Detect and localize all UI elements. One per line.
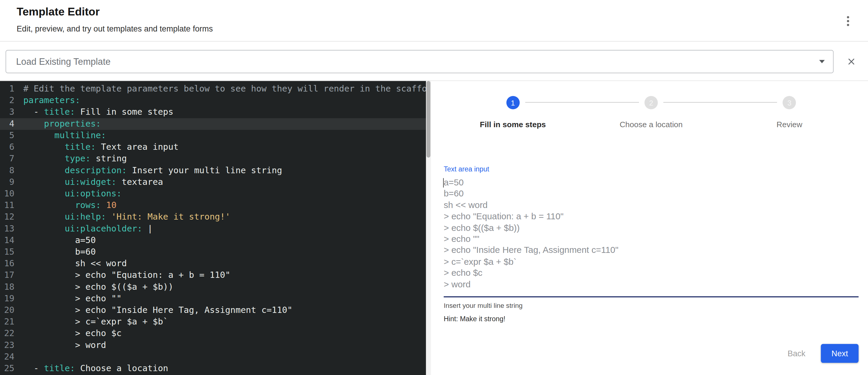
code-text: ui:widget: textarea — [14, 177, 163, 188]
editor-line[interactable]: 25 - title: Choose a location — [0, 363, 426, 374]
page-subtitle: Edit, preview, and try out templates and… — [17, 24, 213, 33]
editor-line[interactable]: 21 > c=`expr $a + $b` — [0, 316, 426, 328]
code-text: > echo $(($a + $b)) — [14, 281, 174, 293]
textarea-placeholder: a=50 b=60 sh << word > echo "Equation: a… — [444, 177, 859, 290]
chevron-down-icon[interactable] — [819, 60, 825, 63]
line-number: 1 — [0, 83, 14, 95]
line-number: 3 — [0, 106, 14, 118]
text-cursor — [443, 178, 444, 187]
line-number: 23 — [0, 340, 14, 351]
line-number: 20 — [0, 305, 14, 316]
line-number: 8 — [0, 165, 14, 177]
line-number: 21 — [0, 316, 14, 328]
close-icon[interactable] — [846, 57, 857, 67]
line-number: 15 — [0, 246, 14, 258]
line-number: 7 — [0, 153, 14, 165]
editor-line[interactable]: 18 > echo $(($a + $b)) — [0, 281, 426, 293]
editor-scrollbar-thumb[interactable] — [427, 81, 430, 158]
line-number: 19 — [0, 293, 14, 305]
line-number: 6 — [0, 142, 14, 153]
load-template-select[interactable]: Load Existing Template — [6, 50, 834, 73]
editor-line[interactable]: 7 type: string — [0, 153, 426, 165]
code-editor[interactable]: 1# Edit the template parameters below to… — [0, 81, 426, 375]
line-number: 24 — [0, 351, 14, 363]
stepper-connector — [663, 102, 777, 103]
line-number: 13 — [0, 223, 14, 235]
content-split: 1# Edit the template parameters below to… — [0, 81, 868, 375]
editor-line[interactable]: 10 ui:options: — [0, 188, 426, 200]
code-text: # Edit the template parameters below to … — [14, 83, 426, 95]
editor-line[interactable]: 17 > echo "Equation: a + b = 110" — [0, 270, 426, 281]
line-number: 17 — [0, 270, 14, 281]
editor-line[interactable]: 9 ui:widget: textarea — [0, 177, 426, 188]
code-text: title: Text area input — [14, 142, 179, 153]
template-preview-panel: 1 Fill in some steps 2 Choose a location… — [431, 81, 868, 375]
editor-line[interactable]: 24 — [0, 351, 426, 363]
line-number: 16 — [0, 258, 14, 270]
back-button[interactable]: Back — [785, 344, 808, 362]
template-editor-app: Template Editor Edit, preview, and try o… — [0, 0, 868, 375]
editor-line[interactable]: 3 - title: Fill in some steps — [0, 106, 426, 118]
editor-line[interactable]: 6 title: Text area input — [0, 142, 426, 153]
editor-line[interactable]: 5 multiline: — [0, 130, 426, 142]
line-number: 25 — [0, 363, 14, 374]
editor-line[interactable]: 4 properties: — [0, 118, 426, 130]
code-text: > echo "Inside Here Tag, Assignment c=11… — [14, 305, 292, 316]
editor-scrollbar[interactable] — [426, 81, 431, 375]
editor-line[interactable]: 12 ui:help: 'Hint: Make it strong!' — [0, 211, 426, 223]
editor-line[interactable]: 23 > word — [0, 340, 426, 351]
kebab-dot — [847, 24, 849, 26]
template-loader-row: Load Existing Template — [0, 41, 868, 81]
page-title: Template Editor — [17, 6, 99, 19]
editor-line[interactable]: 19 > echo "" — [0, 293, 426, 305]
editor-line[interactable]: 13 ui:placeholder: | — [0, 223, 426, 235]
stepper-step-3[interactable]: 3 Review — [720, 96, 859, 129]
kebab-dot — [847, 16, 849, 18]
code-text: > c=`expr $a + $b` — [14, 316, 168, 328]
line-number: 2 — [0, 95, 14, 106]
stepper-step-1[interactable]: 1 Fill in some steps — [444, 96, 582, 129]
line-number: 12 — [0, 211, 14, 223]
line-number: 9 — [0, 177, 14, 188]
code-text: properties: — [14, 118, 101, 130]
stepper-connector — [525, 102, 639, 103]
editor-line[interactable]: 11 rows: 10 — [0, 200, 426, 211]
step-3-label: Review — [776, 120, 802, 129]
editor-line[interactable]: 16 sh << word — [0, 258, 426, 270]
editor-line[interactable]: 1# Edit the template parameters below to… — [0, 83, 426, 95]
line-number: 4 — [0, 118, 14, 130]
multiline-textarea[interactable]: a=50 b=60 sh << word > echo "Equation: a… — [444, 177, 859, 290]
code-text: a=50 — [14, 235, 96, 246]
editor-line[interactable]: 14 a=50 — [0, 235, 426, 246]
header: Template Editor Edit, preview, and try o… — [0, 0, 868, 41]
code-text: - title: Choose a location — [14, 363, 168, 374]
editor-line[interactable]: 22 > echo $c — [0, 328, 426, 339]
code-text: - title: Fill in some steps — [14, 106, 174, 118]
load-template-placeholder: Load Existing Template — [16, 51, 111, 73]
form-actions: Back Next — [785, 344, 859, 363]
line-number: 22 — [0, 328, 14, 339]
code-text: rows: 10 — [14, 200, 117, 211]
code-text: parameters: — [14, 95, 81, 106]
step-2-icon: 2 — [645, 96, 658, 110]
kebab-dot — [847, 20, 849, 22]
editor-line[interactable]: 8 description: Insert your multi line st… — [0, 165, 426, 177]
code-text — [14, 351, 24, 363]
editor-line[interactable]: 20 > echo "Inside Here Tag, Assignment c… — [0, 305, 426, 316]
kebab-menu-icon[interactable] — [843, 15, 853, 27]
step-2-label: Choose a location — [620, 120, 683, 129]
code-text: ui:help: 'Hint: Make it strong!' — [14, 211, 230, 223]
line-number: 5 — [0, 130, 14, 142]
code-text: > echo "Equation: a + b = 110" — [14, 270, 230, 281]
stepper-steps: 1 Fill in some steps 2 Choose a location… — [444, 96, 859, 129]
editor-lines: 1# Edit the template parameters below to… — [0, 83, 426, 374]
line-number: 18 — [0, 281, 14, 293]
editor-line[interactable]: 2parameters: — [0, 95, 426, 106]
next-button[interactable]: Next — [821, 344, 859, 363]
code-text: > echo $c — [14, 328, 122, 339]
stepper-step-2[interactable]: 2 Choose a location — [582, 96, 720, 129]
code-text: type: string — [14, 153, 127, 165]
line-number: 10 — [0, 188, 14, 200]
editor-line[interactable]: 15 b=60 — [0, 246, 426, 258]
line-number: 14 — [0, 235, 14, 246]
